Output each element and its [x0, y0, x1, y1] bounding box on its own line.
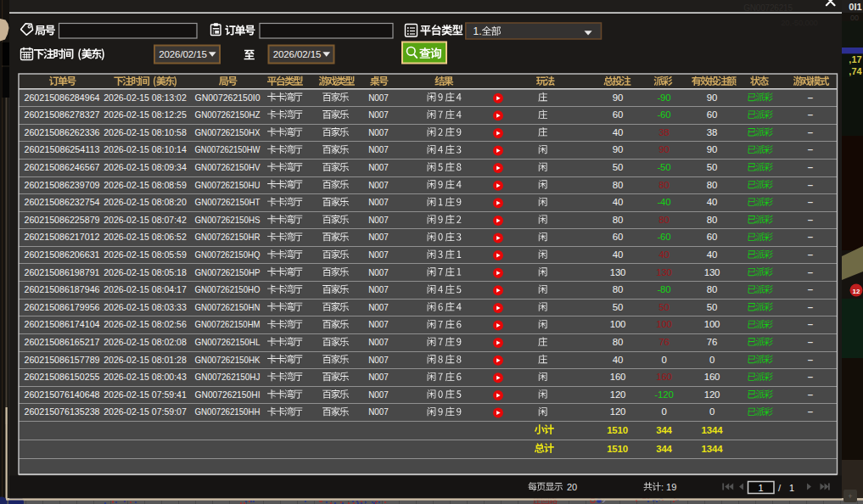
- svg-text:GN007262150HZ: GN007262150HZ: [195, 109, 261, 120]
- svg-text:260215086217012: 260215086217012: [25, 232, 100, 242]
- svg-text:2026-02-15 08:08:59: 2026-02-15 08:08:59: [104, 180, 187, 190]
- svg-text:260215076140648: 260215076140648: [25, 389, 100, 400]
- svg-text:GN007262150HN: GN007262150HN: [195, 302, 261, 312]
- svg-text:50: 50: [613, 302, 623, 312]
- svg-text:GN007262150HP: GN007262150HP: [195, 267, 261, 277]
- svg-text:260215086150255: 260215086150255: [25, 372, 100, 382]
- svg-text:40: 40: [707, 249, 717, 260]
- svg-text:2026-02-15 08:13:02: 2026-02-15 08:13:02: [104, 92, 187, 103]
- svg-text:344: 344: [656, 425, 672, 435]
- svg-text:130: 130: [610, 267, 626, 277]
- svg-text:40: 40: [613, 127, 623, 137]
- svg-text:GN007262150HO: GN007262150HO: [195, 284, 261, 294]
- svg-text:90: 90: [613, 92, 623, 103]
- svg-text:: 19: : 19: [661, 482, 676, 492]
- svg-text:120: 120: [610, 389, 626, 400]
- svg-text:N007: N007: [368, 355, 389, 365]
- svg-text:1510: 1510: [607, 444, 628, 454]
- svg-text:80: 80: [658, 215, 669, 225]
- svg-text:76: 76: [658, 337, 669, 347]
- svg-text:2026/02/15: 2026/02/15: [273, 49, 322, 59]
- svg-text:260215086232754: 260215086232754: [25, 197, 100, 207]
- svg-text:-120: -120: [654, 389, 673, 400]
- svg-text:120: 120: [704, 389, 720, 400]
- svg-text:100: 100: [656, 319, 672, 329]
- svg-text:–: –: [808, 215, 813, 225]
- svg-text:GN007262150HL: GN007262150HL: [195, 337, 261, 347]
- svg-text:–: –: [808, 197, 813, 207]
- svg-text:–: –: [808, 372, 813, 382]
- svg-text:60: 60: [707, 232, 717, 242]
- svg-text:2026-02-15 08:01:28: 2026-02-15 08:01:28: [104, 355, 187, 365]
- svg-text:50: 50: [613, 162, 623, 172]
- svg-text:1: 1: [758, 483, 763, 493]
- svg-text:2026-02-15 08:08:20: 2026-02-15 08:08:20: [104, 197, 187, 207]
- svg-text:2026-02-15 08:02:56: 2026-02-15 08:02:56: [104, 319, 187, 329]
- svg-text:120: 120: [610, 406, 626, 417]
- svg-text:260215086165217: 260215086165217: [25, 337, 100, 347]
- svg-text:2026-02-15 08:12:25: 2026-02-15 08:12:25: [104, 109, 187, 120]
- svg-text:80: 80: [707, 215, 717, 225]
- svg-text:1344: 1344: [702, 444, 724, 454]
- svg-text:0: 0: [709, 355, 714, 365]
- svg-text:GN007262150HX: GN007262150HX: [195, 127, 261, 137]
- svg-text:GN007262150HR: GN007262150HR: [195, 232, 261, 242]
- svg-text:–: –: [808, 144, 813, 154]
- svg-text:–: –: [808, 127, 813, 137]
- svg-text:0: 0: [709, 406, 714, 417]
- svg-text:40: 40: [707, 197, 717, 207]
- svg-text:N007: N007: [368, 406, 389, 417]
- svg-text:-40: -40: [657, 197, 670, 207]
- svg-text:N007: N007: [368, 389, 389, 400]
- svg-text:40: 40: [658, 249, 669, 260]
- svg-text:50: 50: [707, 302, 717, 312]
- svg-text:N007: N007: [368, 249, 389, 260]
- svg-text:100: 100: [610, 319, 626, 329]
- svg-text:2026-02-15 08:04:17: 2026-02-15 08:04:17: [104, 284, 187, 294]
- svg-text:160: 160: [656, 372, 672, 382]
- svg-text:–: –: [808, 302, 813, 312]
- svg-text:80: 80: [613, 180, 623, 190]
- svg-text:38: 38: [658, 127, 669, 137]
- svg-text:GN007262150HM: GN007262150HM: [195, 319, 261, 329]
- svg-text:N007: N007: [368, 144, 389, 154]
- svg-text:20,-50,000: 20,-50,000: [781, 18, 817, 27]
- svg-text:40: 40: [613, 355, 623, 365]
- svg-text:-60: -60: [657, 232, 670, 242]
- svg-text:N007: N007: [368, 232, 389, 242]
- svg-text:50: 50: [658, 302, 669, 312]
- svg-text:90: 90: [707, 92, 717, 103]
- svg-text:38: 38: [707, 127, 717, 137]
- svg-text:–: –: [808, 92, 813, 103]
- svg-text:N007: N007: [368, 267, 389, 277]
- svg-text:1344: 1344: [702, 425, 724, 435]
- svg-text:GN007262150HV: GN007262150HV: [195, 162, 261, 172]
- svg-text:260215086157789: 260215086157789: [25, 355, 100, 365]
- svg-text:N007: N007: [368, 197, 389, 207]
- svg-text:–: –: [808, 109, 813, 120]
- svg-text:–: –: [808, 319, 813, 329]
- svg-text:N007: N007: [368, 180, 389, 190]
- svg-text:2026-02-15 07:59:07: 2026-02-15 07:59:07: [104, 406, 187, 417]
- svg-text:GN00726215: GN00726215: [743, 3, 793, 13]
- svg-text:76: 76: [707, 337, 717, 347]
- svg-text:2026-02-15 07:59:41: 2026-02-15 07:59:41: [104, 389, 187, 400]
- svg-text:2026/02/15: 2026/02/15: [159, 49, 207, 59]
- svg-text:260215086225879: 260215086225879: [25, 215, 100, 225]
- svg-text:2026-02-15 08:10:58: 2026-02-15 08:10:58: [104, 127, 187, 137]
- svg-text:160: 160: [610, 372, 626, 382]
- svg-text:130: 130: [704, 267, 720, 277]
- svg-text:–: –: [808, 249, 813, 260]
- svg-text:90: 90: [658, 144, 669, 154]
- svg-text:N007: N007: [368, 109, 389, 120]
- svg-text:1.: 1.: [474, 25, 482, 37]
- svg-text:-90: -90: [657, 92, 670, 103]
- svg-text:N007: N007: [368, 284, 389, 294]
- svg-text:0: 0: [661, 355, 666, 365]
- svg-text:,17: ,17: [849, 54, 861, 64]
- svg-text:1510: 1510: [607, 425, 628, 435]
- svg-text:2026-02-15 08:03:33: 2026-02-15 08:03:33: [104, 302, 187, 312]
- svg-text:N007: N007: [368, 92, 389, 103]
- svg-text:GN007262150HJ: GN007262150HJ: [195, 372, 261, 382]
- svg-text:N007: N007: [368, 162, 389, 172]
